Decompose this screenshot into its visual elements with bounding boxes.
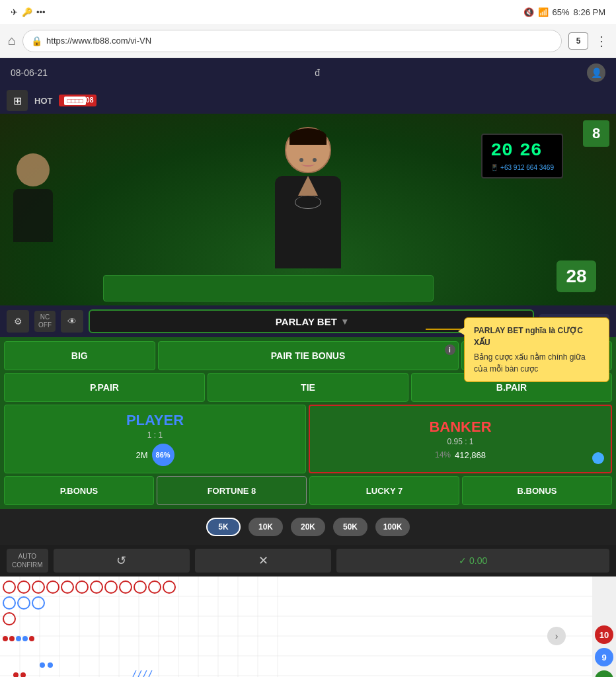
settings-icon-button[interactable]: ⚙: [7, 310, 29, 333]
status-bar: ✈ 🔑 ••• 🔇 📶 65% 8:26 PM: [0, 0, 616, 24]
status-right: 🔇 📶 65% 8:26 PM: [523, 7, 605, 17]
chip-10k[interactable]: 10K: [249, 518, 283, 536]
time-label: 8:26 PM: [574, 7, 605, 17]
bead-empty-5: [61, 580, 74, 594]
bead-empty-10: [134, 580, 147, 594]
round-number-badge: 28: [557, 260, 596, 292]
user-avatar-icon[interactable]: 👤: [587, 63, 605, 82]
banker-cell[interactable]: BANKER 0.95 : 1 14% 412,868: [309, 405, 612, 473]
live-video-area: 20 26 📱 +63 912 664 3469 8 28: [0, 114, 616, 305]
bead-row-3: [3, 612, 16, 625]
url-text[interactable]: https://www.fb88.com/vi-VN: [46, 36, 151, 46]
banker-ratio: 0.95 : 1: [447, 437, 473, 446]
tabs-count[interactable]: 5: [568, 32, 588, 50]
blue-dots-bottom: [40, 662, 53, 668]
confirm-label: ✓ 0.00: [459, 555, 487, 566]
chip-50k[interactable]: 50K: [333, 518, 367, 536]
b-bonus-label: B.BONUS: [518, 486, 557, 496]
more-icon: •••: [36, 7, 46, 17]
tie-cell[interactable]: TIE: [208, 373, 408, 402]
banker-stats: 14% 412,868: [435, 450, 486, 460]
roadmap-scroll-button[interactable]: ›: [547, 627, 566, 645]
chip-5k-label: 5K: [218, 522, 228, 532]
browser-menu-icon[interactable]: ⋮: [595, 33, 608, 49]
tie-label: TIE: [301, 382, 315, 393]
signal-icon: 📶: [538, 7, 549, 17]
pair-tie-bonus-cell[interactable]: PAIR TIE BONUS i: [158, 341, 459, 370]
hot-badge[interactable]: □□□□ 08: [59, 95, 96, 106]
red-dots-bottom: [13, 672, 26, 677]
info-icon[interactable]: i: [445, 344, 455, 355]
banker-name: BANKER: [429, 418, 491, 436]
chip-bar: 5K 10K 20K 50K 100K: [0, 509, 616, 545]
slash-marks: ////: [132, 668, 153, 677]
eye-icon-button[interactable]: 👁: [61, 310, 83, 333]
badge-1-label: 1: [601, 675, 606, 678]
bead-empty-6: [75, 580, 89, 594]
lock-icon: 🔒: [31, 36, 42, 46]
auto-confirm-button[interactable]: AUTO CONFIRM: [7, 549, 48, 573]
sd-1: [3, 636, 8, 641]
confirm-button[interactable]: ✓ 0.00: [336, 549, 609, 573]
sd-3: [16, 636, 21, 641]
roadmap-grid: //// ›: [0, 577, 592, 677]
small-dots-row: [3, 636, 34, 641]
nc-off-button[interactable]: NCOFF: [34, 311, 56, 332]
rd-2: [20, 672, 26, 677]
big-label: BIG: [71, 350, 88, 361]
roadmap-area: //// › 10 9 1: [0, 577, 616, 677]
cancel-button[interactable]: ✕: [195, 549, 331, 573]
roadmap-badge-1: 1: [595, 670, 613, 677]
b-bonus-cell[interactable]: B.BONUS: [462, 476, 612, 505]
grid-menu-button[interactable]: ⊞: [7, 90, 28, 111]
bead-blue-3: [32, 596, 45, 610]
lucky-7-cell[interactable]: LUCKY 7: [309, 476, 459, 505]
player-ratio: 1 : 1: [147, 430, 163, 440]
hot-tab-bar: ⊞ HOT □□□□ 08: [0, 87, 616, 114]
confirm-label: CONFIRM: [12, 561, 43, 569]
player-stats: 2M 86%: [135, 444, 174, 466]
chip-100k[interactable]: 100K: [375, 518, 410, 536]
chip-20k-label: 20K: [301, 522, 315, 532]
bead-empty-4: [46, 580, 59, 594]
banker-pct: 14%: [435, 450, 451, 459]
bead-empty-2: [17, 580, 30, 594]
main-dealer-area: [235, 127, 381, 299]
status-left: ✈ 🔑 •••: [11, 7, 46, 17]
sd-2: [9, 636, 15, 641]
score-left: 20: [490, 140, 513, 161]
browser-bar: ⌂ 🔒 https://www.fb88.com/vi-VN 5 ⋮: [0, 24, 616, 58]
sd-4: [22, 636, 28, 641]
p-pair-cell[interactable]: P.PAIR: [4, 373, 205, 402]
player-banker-row: PLAYER 1 : 1 2M 86% BANKER 0.95 : 1 14% …: [4, 405, 612, 473]
tooltip-body: Bảng cược xấu nằm chính giữa của mỗi bàn…: [474, 351, 599, 375]
bead-r3-1: [3, 612, 16, 625]
bead-empty-1: [3, 580, 16, 594]
battery-label: 65%: [553, 7, 570, 17]
fortune-8-cell[interactable]: FORTUNE 8: [157, 476, 307, 505]
url-bar[interactable]: 🔒 https://www.fb88.com/vi-VN: [22, 30, 562, 52]
currency-label: đ: [315, 67, 320, 78]
sd-5: [29, 636, 34, 641]
refresh-button[interactable]: ↺: [54, 549, 190, 573]
chip-5k[interactable]: 5K: [206, 518, 241, 536]
p-pair-label: P.PAIR: [90, 382, 119, 393]
refresh-icon: ↺: [116, 553, 126, 568]
big-bet-cell[interactable]: BIG: [4, 341, 155, 370]
roadmap-badge-9: 9: [595, 648, 613, 666]
home-icon[interactable]: ⌂: [8, 33, 16, 48]
action-bar: AUTO CONFIRM ↺ ✕ ✓ 0.00: [0, 545, 616, 577]
chip-10k-label: 10K: [258, 522, 273, 532]
hot-badge-squares: □□□□: [64, 97, 85, 105]
bd-2: [48, 662, 53, 668]
bead-empty-11: [148, 580, 161, 594]
side-dealer-left: [13, 153, 53, 242]
player-cell[interactable]: PLAYER 1 : 1 2M 86%: [4, 405, 306, 473]
chip-20k[interactable]: 20K: [291, 518, 325, 536]
bead-empty-9: [119, 580, 132, 594]
bead-empty-3: [32, 580, 45, 594]
lucky-7-label: LUCKY 7: [366, 486, 403, 496]
score-display: 20 26 📱 +63 912 664 3469: [481, 134, 563, 179]
parlay-bet-label: PARLAY BET: [276, 316, 337, 327]
p-bonus-cell[interactable]: P.BONUS: [4, 476, 154, 505]
